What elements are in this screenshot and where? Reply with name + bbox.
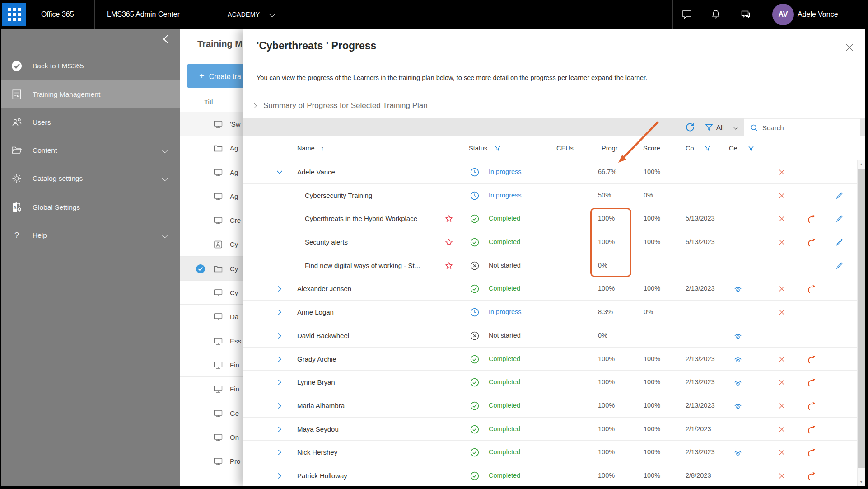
retake-icon[interactable] — [806, 471, 816, 483]
edit-pencil-icon[interactable] — [835, 261, 844, 272]
view-details-eye-icon[interactable] — [733, 379, 743, 389]
refresh-icon[interactable] — [685, 122, 695, 135]
expand-chevron-right-icon[interactable] — [276, 309, 283, 318]
training-list-row[interactable]: Cre — [180, 208, 243, 232]
training-list-row[interactable]: Ag — [180, 160, 243, 184]
column-header-score[interactable]: Score — [643, 136, 660, 160]
retake-icon[interactable] — [806, 447, 816, 459]
scroll-up-icon[interactable]: ▲ — [858, 160, 865, 168]
expand-chevron-right-icon[interactable] — [276, 332, 283, 341]
chevron-down-icon[interactable] — [162, 147, 168, 153]
tenant-chevron-down-icon[interactable] — [269, 11, 275, 17]
view-details-eye-icon[interactable] — [733, 332, 743, 342]
training-list-row[interactable]: Ag — [180, 136, 243, 160]
remove-x-icon[interactable] — [777, 214, 786, 225]
remove-x-icon[interactable] — [777, 355, 786, 366]
expand-chevron-right-icon[interactable] — [276, 356, 283, 365]
sidebar-item-global-settings[interactable]: A Global Settings — [0, 193, 180, 221]
training-list-row[interactable]: Cy — [180, 280, 243, 304]
column-header-certificate[interactable]: Ce... — [729, 136, 743, 160]
remove-x-icon[interactable] — [777, 308, 786, 319]
view-details-eye-icon[interactable] — [733, 449, 743, 459]
office365-home-link[interactable]: Office 365 — [41, 0, 74, 29]
retake-icon[interactable] — [806, 237, 816, 249]
feedback-icon[interactable] — [740, 9, 751, 20]
filter-dropdown[interactable]: All — [716, 118, 724, 136]
remove-x-icon[interactable] — [777, 471, 786, 482]
remove-x-icon[interactable] — [777, 284, 786, 295]
remove-x-icon[interactable] — [777, 448, 786, 459]
sidebar-item-users[interactable]: Users — [0, 108, 180, 136]
expand-chevron-right-icon[interactable] — [276, 426, 283, 435]
column-header-completion[interactable]: Co... — [686, 136, 700, 160]
app-launcher-button[interactable] — [2, 3, 26, 26]
column-header-name[interactable]: Name — [297, 136, 315, 160]
remove-x-icon[interactable] — [777, 168, 786, 179]
avatar[interactable]: AV — [772, 4, 794, 25]
sidebar-item-catalog-settings[interactable]: Catalog settings — [0, 165, 180, 193]
sidebar-item-training-management[interactable]: Training Management — [0, 80, 180, 108]
collapse-chevron-down-icon[interactable] — [276, 169, 283, 178]
create-training-plan-button[interactable]: +Create tra — [187, 64, 243, 88]
certificate-filter-funnel-icon[interactable] — [747, 145, 755, 154]
chevron-down-icon[interactable] — [162, 232, 168, 238]
column-header-ceus[interactable]: CEUs — [556, 136, 574, 160]
close-icon[interactable] — [845, 42, 854, 52]
scroll-down-icon[interactable]: ▼ — [858, 478, 865, 486]
edit-pencil-icon[interactable] — [835, 238, 844, 249]
remove-x-icon[interactable] — [777, 238, 786, 249]
sidebar-collapse-chevron-left-icon[interactable] — [163, 35, 171, 43]
favorite-star-icon[interactable] — [444, 261, 453, 272]
training-list-row[interactable]: Ess — [180, 329, 243, 353]
retake-icon[interactable] — [806, 354, 816, 366]
admin-center-title[interactable]: LMS365 Admin Center — [107, 0, 180, 29]
training-list-row[interactable]: Ge — [180, 401, 243, 425]
view-details-eye-icon[interactable] — [733, 285, 743, 295]
sidebar-item-help[interactable]: ? Help — [0, 221, 180, 249]
sidebar-item-content[interactable]: Content — [0, 136, 180, 165]
training-list-row[interactable]: Da — [180, 304, 243, 328]
expand-chevron-right-icon[interactable] — [276, 449, 283, 458]
completion-filter-funnel-icon[interactable] — [704, 145, 711, 154]
vertical-scrollbar[interactable]: ▲ ▼ — [857, 160, 865, 486]
training-list-row[interactable]: Ag — [180, 184, 243, 208]
view-details-eye-icon[interactable] — [733, 402, 743, 412]
status-filter-funnel-icon[interactable] — [494, 145, 501, 154]
retake-icon[interactable] — [806, 424, 816, 436]
training-list-row[interactable]: 'Sw — [180, 112, 243, 136]
remove-x-icon[interactable] — [777, 401, 786, 412]
column-header-progress[interactable]: Progr... — [602, 136, 623, 160]
retake-icon[interactable] — [806, 214, 816, 226]
chevron-down-icon[interactable] — [162, 175, 168, 181]
view-details-eye-icon[interactable] — [733, 356, 743, 366]
tenant-selector[interactable]: ACADEMY — [228, 0, 260, 29]
remove-x-icon[interactable] — [777, 425, 786, 436]
expand-chevron-right-icon[interactable] — [276, 402, 283, 411]
search-input[interactable] — [762, 119, 855, 136]
filter-funnel-icon[interactable] — [705, 123, 714, 134]
training-list-row[interactable]: Fin — [180, 376, 243, 400]
training-list-row[interactable]: Cy — [180, 232, 243, 256]
training-list-row[interactable]: Fin — [180, 353, 243, 376]
favorite-star-icon[interactable] — [444, 238, 453, 249]
training-list-row[interactable]: On — [180, 425, 243, 449]
expand-chevron-right-icon[interactable] — [276, 379, 283, 388]
column-header-status[interactable]: Status — [469, 136, 487, 160]
filter-chevron-down-icon[interactable] — [733, 124, 738, 129]
retake-icon[interactable] — [806, 377, 816, 389]
chat-icon[interactable] — [681, 9, 693, 20]
scrollbar-thumb[interactable] — [858, 169, 865, 468]
favorite-star-icon[interactable] — [444, 214, 453, 225]
remove-x-icon[interactable] — [777, 378, 786, 389]
expand-chevron-right-icon[interactable] — [276, 285, 283, 294]
expand-chevron-right-icon[interactable] — [276, 472, 283, 481]
sidebar-item-back-to-lms365[interactable]: Back to LMS365 — [0, 52, 180, 80]
training-list-row[interactable]: Cy — [180, 256, 243, 280]
retake-icon[interactable] — [806, 284, 816, 296]
remove-x-icon[interactable] — [777, 191, 786, 202]
edit-pencil-icon[interactable] — [835, 214, 844, 225]
training-list-row[interactable]: Pro — [180, 449, 243, 473]
retake-icon[interactable] — [806, 401, 816, 413]
notifications-bell-icon[interactable] — [710, 9, 722, 20]
edit-pencil-icon[interactable] — [835, 191, 844, 202]
